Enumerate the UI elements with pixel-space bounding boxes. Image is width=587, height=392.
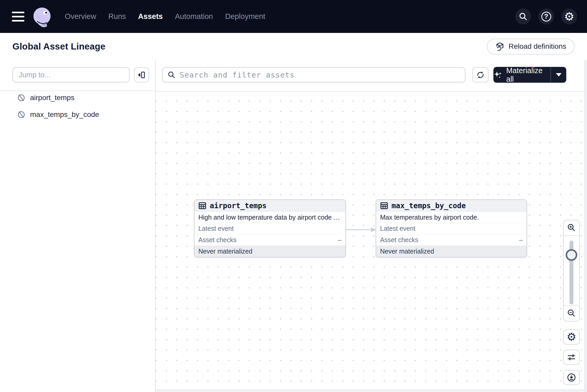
sidebar-item-max-temps-by-code[interactable]: max_temps_by_code <box>0 108 153 121</box>
zoom-in-button[interactable] <box>564 220 579 236</box>
nav-item-deployment[interactable]: Deployment <box>225 12 265 21</box>
materialization-status: Never materialized <box>194 246 345 257</box>
page-header: Global Asset Lineage Reload definitions <box>0 33 587 60</box>
refresh-icon <box>476 70 485 80</box>
asset-checks-value: – <box>338 236 341 244</box>
horizontal-scrollbar[interactable] <box>156 389 584 392</box>
asset-search-input[interactable] <box>162 67 465 82</box>
table-icon <box>380 202 388 210</box>
search-icon <box>519 12 528 21</box>
latest-event-row: Latest event <box>194 223 345 234</box>
dagster-logo <box>31 6 53 27</box>
lineage-main-pane: Materialize all airport_temps High and l… <box>156 60 587 392</box>
graph-filters-button[interactable] <box>563 350 580 365</box>
materialize-dropdown-button[interactable] <box>550 67 566 83</box>
vertical-scrollbar[interactable] <box>584 60 587 392</box>
asset-node-max-temps-by-code[interactable]: max_temps_by_code Max temperatures by ai… <box>376 199 527 257</box>
lineage-edge-arrow <box>344 226 378 233</box>
top-nav-bar: Overview Runs Assets Automation Deployme… <box>0 0 587 33</box>
cube-reload-icon <box>495 42 505 51</box>
settings-gear-icon: ⚙ <box>564 11 574 22</box>
zoom-out-button[interactable] <box>564 305 579 321</box>
reload-definitions-button[interactable]: Reload definitions <box>487 39 575 54</box>
asset-checks-label: Asset checks <box>198 236 236 244</box>
latest-event-label: Latest event <box>198 225 234 232</box>
asset-node-airport-temps[interactable]: airport_temps High and low temperature d… <box>194 199 346 257</box>
materialize-all-label: Materialize all <box>506 66 550 83</box>
jump-to-input[interactable] <box>12 67 130 82</box>
nav-item-automation[interactable]: Automation <box>175 12 213 21</box>
nav-item-assets[interactable]: Assets <box>138 12 163 21</box>
zoom-out-icon <box>567 309 576 318</box>
nav-icon-group: ? ⚙ <box>515 9 577 24</box>
asset-node-title: max_temps_by_code <box>392 201 466 210</box>
zoom-control-panel <box>563 220 580 321</box>
nav-item-runs[interactable]: Runs <box>108 12 126 21</box>
latest-event-label: Latest event <box>380 225 415 232</box>
search-button[interactable] <box>515 9 531 24</box>
asset-sidebar: airport_temps max_temps_by_code <box>0 60 156 392</box>
asset-node-description: Max temperatures by airport code. <box>376 212 527 223</box>
collapse-panel-icon <box>137 71 146 79</box>
help-button[interactable]: ? <box>538 9 554 24</box>
asset-node-title: airport_temps <box>210 201 267 210</box>
asset-checks-value: – <box>519 236 523 244</box>
zoom-in-icon <box>567 223 576 232</box>
main-nav-items: Overview Runs Assets Automation Deployme… <box>65 12 265 21</box>
asset-name: max_temps_by_code <box>30 110 99 119</box>
latest-event-row: Latest event <box>376 223 527 234</box>
sparkles-icon <box>493 70 503 80</box>
zoom-slider-thumb[interactable] <box>566 249 577 261</box>
nav-item-overview[interactable]: Overview <box>65 12 96 21</box>
slashed-circle-icon <box>17 94 25 102</box>
asset-node-header: max_temps_by_code <box>376 200 527 212</box>
reload-definitions-label: Reload definitions <box>508 42 566 51</box>
hamburger-menu-icon[interactable] <box>12 12 24 22</box>
refresh-button[interactable] <box>472 67 488 82</box>
graph-settings-button[interactable]: ⚙ <box>563 330 580 345</box>
download-icon <box>567 373 576 382</box>
help-icon: ? <box>541 12 551 22</box>
materialize-all-button: Materialize all <box>493 67 566 83</box>
asset-checks-label: Asset checks <box>380 236 418 244</box>
sidebar-item-airport-temps[interactable]: airport_temps <box>0 92 153 104</box>
asset-name: airport_temps <box>30 94 74 102</box>
filter-sliders-icon <box>567 353 576 362</box>
asset-checks-row: Asset checks – <box>376 234 527 246</box>
slashed-circle-icon <box>17 110 25 119</box>
asset-node-header: airport_temps <box>194 200 345 212</box>
page-title: Global Asset Lineage <box>12 41 106 52</box>
asset-checks-row: Asset checks – <box>194 234 345 246</box>
chevron-down-icon <box>556 73 562 76</box>
settings-button[interactable]: ⚙ <box>561 9 577 24</box>
settings-gear-icon: ⚙ <box>567 332 576 342</box>
table-icon <box>198 202 206 210</box>
asset-node-description: High and low temperature data by airport… <box>194 212 345 223</box>
collapse-sidebar-button[interactable] <box>134 67 149 82</box>
download-graph-button[interactable] <box>563 370 580 385</box>
materialize-all-main[interactable]: Materialize all <box>493 67 550 83</box>
materialization-status: Never materialized <box>376 246 527 257</box>
sidebar-divider <box>0 90 155 91</box>
